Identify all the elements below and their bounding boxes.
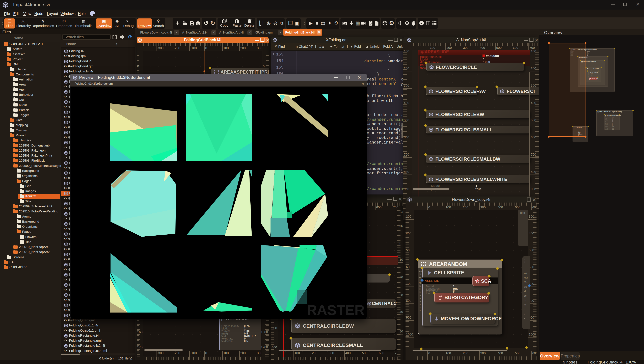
svg-text:RASTER: RASTER — [307, 302, 364, 318]
